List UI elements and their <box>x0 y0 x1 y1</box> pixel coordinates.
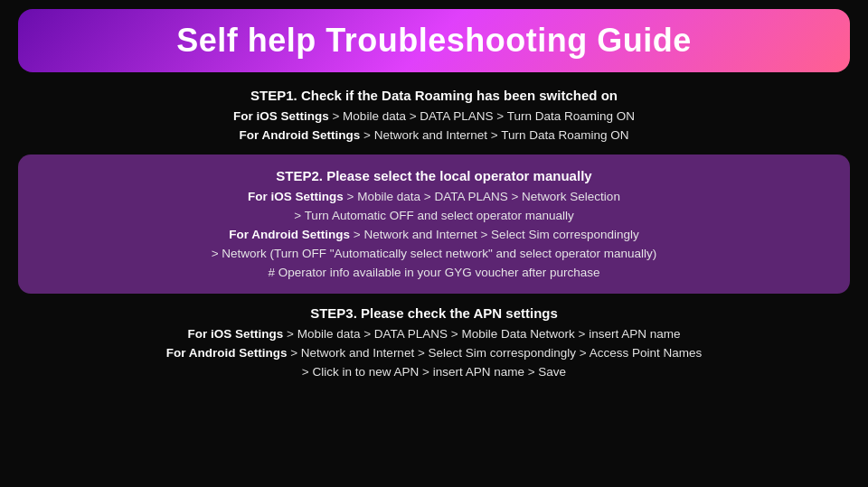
step3-title: STEP3. Please check the APN settings <box>18 303 850 323</box>
steps-container: STEP1. Check if the Data Roaming has bee… <box>18 85 850 382</box>
step2-line-3: For Android Settings > Network and Inter… <box>34 226 834 245</box>
step-block-2: STEP2. Please select the local operator … <box>18 155 850 294</box>
step1-title: STEP1. Check if the Data Roaming has bee… <box>18 85 850 106</box>
step3-line-2: For Android Settings > Network and Inter… <box>18 344 850 363</box>
step2-title: STEP2. Please select the local operator … <box>34 165 834 186</box>
step2-line-5: # Operator info available in your GYG vo… <box>34 264 834 283</box>
step3-line-3: > Click in to new APN > insert APN name … <box>18 363 850 382</box>
step-block-3: STEP3. Please check the APN settingsFor … <box>18 303 850 382</box>
page-title: Self help Troubleshooting Guide <box>176 22 692 59</box>
step1-line-1: For iOS Settings > Mobile data > DATA PL… <box>18 108 850 126</box>
step2-line-2: > Turn Automatic OFF and select operator… <box>34 207 834 226</box>
title-banner: Self help Troubleshooting Guide <box>18 9 850 72</box>
step2-line-1: For iOS Settings > Mobile data > DATA PL… <box>34 188 834 207</box>
step3-line-1: For iOS Settings > Mobile data > DATA PL… <box>18 325 850 344</box>
step-block-1: STEP1. Check if the Data Roaming has bee… <box>18 85 850 145</box>
step1-line-2: For Android Settings > Network and Inter… <box>18 126 850 145</box>
step2-line-4: > Network (Turn OFF "Automatically selec… <box>34 245 834 264</box>
